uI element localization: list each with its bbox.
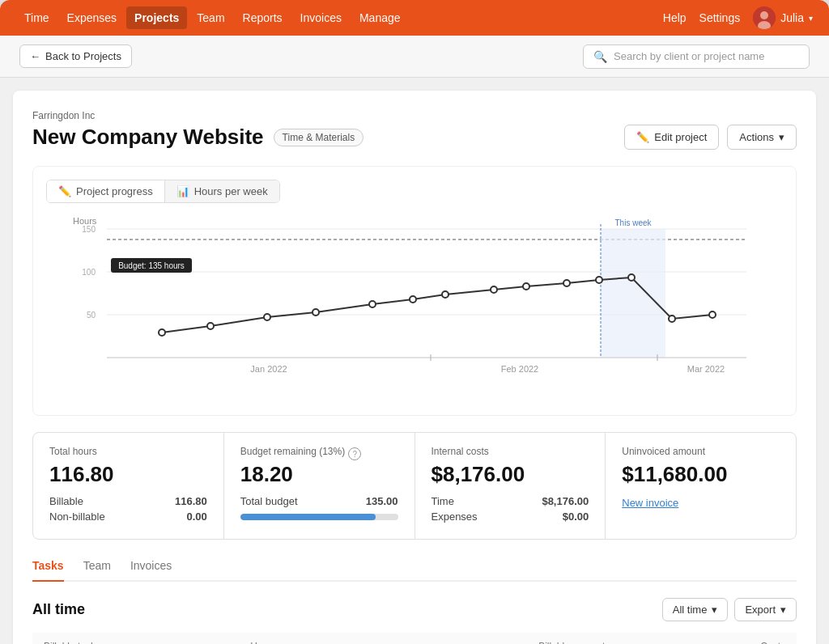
search-icon: 🔍	[593, 50, 607, 63]
svg-point-21	[312, 309, 319, 316]
nav-team[interactable]: Team	[189, 6, 232, 29]
svg-text:This week: This week	[614, 218, 652, 227]
nav-invoices[interactable]: Invoices	[292, 6, 350, 29]
total-hours-value: 116.80	[49, 462, 207, 487]
svg-point-27	[563, 280, 570, 286]
svg-point-24	[442, 291, 449, 298]
progress-icon: ✏️	[58, 185, 71, 197]
export-label: Export	[745, 604, 776, 616]
project-title: New Company Website	[32, 125, 264, 150]
svg-point-29	[628, 274, 635, 281]
user-menu[interactable]: Julia ▾	[753, 6, 813, 29]
edit-project-button[interactable]: ✏️ Edit project	[624, 125, 719, 150]
uninvoiced-value: $11,680.00	[622, 462, 780, 487]
tab-team[interactable]: Team	[83, 559, 111, 582]
edit-label: Edit project	[654, 131, 707, 143]
table-title: All time	[32, 601, 85, 618]
user-chevron-icon: ▾	[809, 14, 813, 23]
chart-svg: Hours 150 100 50 Budget: 135 hours	[46, 213, 783, 399]
col-hours[interactable]: Hours ↑	[239, 633, 385, 644]
chart-container: ✏️ Project progress 📊 Hours per week Hou…	[32, 166, 797, 416]
svg-point-19	[207, 323, 214, 329]
internal-costs-value: $8,176.00	[432, 462, 589, 487]
total-budget-value: 135.00	[366, 495, 398, 507]
budget-label: Budget remaining (13%)	[240, 446, 345, 457]
export-button[interactable]: Export ▾	[734, 598, 797, 621]
chart-tab-hours[interactable]: 📊 Hours per week	[165, 180, 279, 202]
uninvoiced-label: Uninvoiced amount	[622, 446, 780, 457]
tab-tasks[interactable]: Tasks	[32, 559, 64, 582]
tasks-table: Billable tasks Hours ↑ Billable amount C…	[32, 633, 797, 644]
svg-point-1	[760, 11, 768, 19]
table-controls: All time ▾ Export ▾	[662, 598, 797, 621]
section-tabs: Tasks Team Invoices	[32, 559, 797, 582]
budget-bar-fill	[240, 514, 376, 520]
svg-point-28	[596, 277, 602, 283]
svg-point-30	[669, 316, 675, 322]
expenses-value: $0.00	[563, 511, 589, 523]
total-budget-label: Total budget	[240, 495, 298, 507]
all-time-filter-button[interactable]: All time ▾	[662, 598, 729, 621]
svg-text:Feb 2022: Feb 2022	[501, 364, 538, 374]
back-button[interactable]: ← Back to Projects	[19, 44, 132, 68]
svg-point-31	[709, 311, 716, 318]
nav-reports[interactable]: Reports	[235, 6, 291, 29]
nav-time[interactable]: Time	[16, 6, 57, 29]
settings-link[interactable]: Settings	[699, 11, 741, 24]
col-billable-amount: Billable amount	[385, 633, 617, 644]
non-billable-value: 0.00	[186, 511, 206, 523]
expenses-label: Expenses	[432, 511, 478, 523]
nav-expenses[interactable]: Expenses	[59, 6, 125, 29]
total-budget-row: Total budget 135.00	[240, 495, 398, 507]
project-title-row: New Company Website Time & Materials ✏️ …	[32, 125, 797, 150]
help-link[interactable]: Help	[663, 11, 687, 24]
table-header-row: All time All time ▾ Export ▾	[32, 598, 797, 621]
nav-projects[interactable]: Projects	[126, 6, 187, 29]
filter-chevron-icon: ▾	[712, 604, 717, 616]
budget-value: 18.20	[240, 462, 398, 487]
internal-costs-label: Internal costs	[432, 446, 589, 457]
search-box[interactable]: 🔍 Search by client or project name	[583, 44, 810, 69]
actions-button[interactable]: Actions ▾	[727, 125, 797, 150]
stat-uninvoiced: Uninvoiced amount $11,680.00 New invoice	[606, 433, 796, 539]
svg-text:50: 50	[87, 311, 96, 320]
svg-text:150: 150	[82, 225, 96, 234]
user-name: Julia	[780, 11, 804, 24]
col-billable-tasks: Billable tasks	[32, 633, 239, 644]
budget-help-icon[interactable]: ?	[348, 447, 361, 460]
export-chevron-icon: ▾	[780, 604, 786, 616]
chart-tab-progress[interactable]: ✏️ Project progress	[47, 180, 165, 202]
svg-rect-14	[601, 229, 665, 358]
nav-items: Time Expenses Projects Team Reports Invo…	[16, 6, 663, 29]
non-billable-row: Non-billable 0.00	[49, 511, 207, 523]
back-label: Back to Projects	[45, 50, 121, 62]
tab-invoices[interactable]: Invoices	[130, 559, 172, 582]
chart-tab-hours-label: Hours per week	[194, 185, 268, 197]
chart-tabs: ✏️ Project progress 📊 Hours per week	[46, 180, 280, 203]
svg-point-25	[491, 286, 497, 293]
svg-point-22	[369, 301, 376, 307]
stats-row: Total hours 116.80 Billable 116.80 Non-b…	[32, 432, 797, 540]
hours-chart-icon: 📊	[176, 185, 189, 197]
total-hours-label: Total hours	[49, 446, 207, 457]
col-costs: Costs	[616, 633, 797, 644]
nav-right: Help Settings Julia ▾	[663, 6, 813, 29]
svg-point-20	[264, 314, 270, 320]
actions-chevron-icon: ▾	[779, 131, 784, 143]
new-invoice-link[interactable]: New invoice	[622, 497, 678, 509]
billable-row: Billable 116.80	[49, 495, 207, 507]
svg-text:100: 100	[82, 268, 96, 277]
stat-total-hours: Total hours 116.80 Billable 116.80 Non-b…	[33, 433, 223, 539]
svg-text:Mar 2022: Mar 2022	[687, 364, 725, 374]
nav-manage[interactable]: Manage	[351, 6, 409, 29]
project-title-left: New Company Website Time & Materials	[32, 125, 363, 150]
budget-bar	[240, 514, 398, 520]
svg-point-23	[410, 296, 416, 303]
user-avatar	[753, 6, 776, 29]
all-time-filter-label: All time	[673, 604, 708, 616]
back-arrow-icon: ←	[30, 50, 40, 62]
project-type-badge: Time & Materials	[274, 129, 364, 146]
svg-text:Budget: 135 hours: Budget: 135 hours	[118, 261, 185, 270]
project-actions: ✏️ Edit project Actions ▾	[624, 125, 797, 150]
chart-tab-progress-label: Project progress	[76, 185, 153, 197]
